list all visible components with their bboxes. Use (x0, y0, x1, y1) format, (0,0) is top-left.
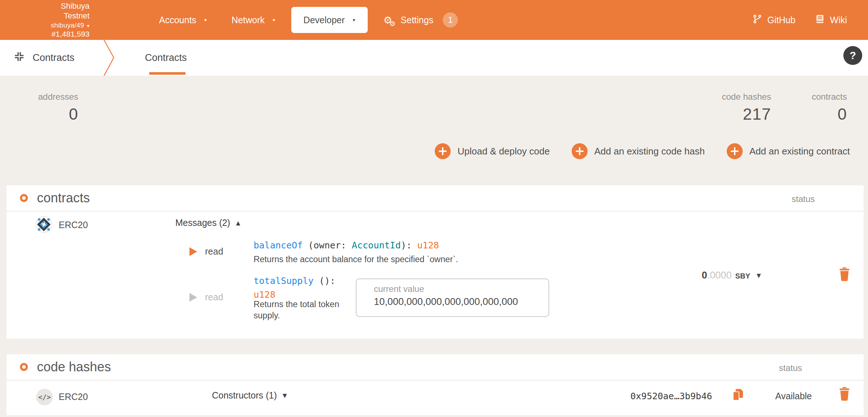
constructors-toggle-label: Constructors (1) (212, 390, 277, 401)
code-hash-name: ERC20 (59, 392, 88, 402)
chevron-down-icon: ▾ (204, 17, 207, 23)
menu-developer[interactable]: Developer ▾ (291, 7, 368, 33)
param-type: AccountId (352, 240, 401, 251)
menu-settings[interactable]: ⚙⚙ Settings 1 (371, 0, 471, 40)
stat-contracts-value: 0 (812, 105, 847, 124)
menu-developer-label: Developer (304, 15, 345, 25)
chain-spec: shibuya/49▾ (34, 21, 89, 30)
github-link-label: GitHub (767, 15, 796, 25)
play-icon (189, 293, 197, 302)
current-value-amount: 10,000,000,000,000,000,000,000 (374, 296, 518, 307)
copy-hash-button[interactable] (732, 388, 744, 402)
chain-name: Shibuya Testnet (34, 1, 89, 21)
add-existing-contract-label: Add an existing contract (750, 146, 850, 157)
balanceof-signature: balanceOf (owner: AccountId): u128 (254, 240, 439, 251)
contracts-section-title: contracts (37, 190, 90, 206)
add-existing-code-hash-label: Add an existing code hash (594, 146, 705, 157)
best-block-number: #1,481,593 (34, 29, 89, 39)
tab-bar: Contracts Contracts ? (0, 40, 868, 76)
stat-code-hashes: code hashes 217 (722, 92, 771, 124)
section-bullet-icon (20, 363, 28, 371)
book-icon (815, 14, 825, 26)
plus-icon (435, 143, 451, 159)
code-hash-value: 0x9520ae…3b9b46 (630, 391, 712, 401)
trash-icon (838, 267, 851, 281)
method-name: balanceOf (254, 240, 302, 251)
read-balanceof-button[interactable]: read (189, 246, 223, 257)
external-links: GitHub Wiki (752, 14, 847, 26)
chevron-down-icon: ▾ (353, 17, 355, 23)
menu-network-label: Network (231, 15, 265, 25)
add-existing-code-hash-button[interactable]: Add an existing code hash (572, 143, 705, 159)
help-button[interactable]: ? (843, 46, 862, 65)
active-tab-underline (149, 72, 185, 75)
top-nav-bar: Shibuya Testnet shibuya/49▾ #1,481,593 A… (0, 0, 868, 40)
menu-accounts[interactable]: Accounts ▾ (147, 0, 219, 40)
chevron-down-icon: ▼ (283, 392, 287, 399)
contracts-table: contracts status ERC20 Messages (2) ▲ re… (7, 185, 864, 339)
params: (): (314, 276, 335, 286)
forget-contract-button[interactable] (838, 267, 851, 283)
return-type: u128 (254, 289, 359, 300)
plus-icon (727, 143, 743, 159)
messages-toggle-label: Messages (2) (175, 218, 230, 228)
menu-accounts-label: Accounts (159, 15, 196, 25)
code-hashes-table-header: code hashes status (7, 354, 864, 381)
stat-contracts: contracts 0 (812, 92, 847, 124)
balance-integer: 0 (702, 270, 707, 281)
summary-section: addresses 0 code hashes 217 contracts 0 … (0, 76, 868, 185)
chevron-down-icon: ▾ (273, 17, 275, 23)
chevron-down-icon: ▾ (87, 23, 89, 29)
copy-icon (732, 388, 744, 401)
constructors-toggle[interactable]: Constructors (1) ▼ (212, 390, 287, 401)
wiki-link-label: Wiki (830, 15, 847, 25)
git-branch-icon (752, 14, 762, 26)
params-open: (owner: (302, 240, 351, 251)
section-bullet-icon (20, 194, 28, 202)
main-menu: Accounts ▾ Network ▾ Developer ▾ ⚙⚙ Sett… (147, 0, 470, 40)
wiki-link[interactable]: Wiki (815, 14, 847, 26)
current-value-label: current value (374, 284, 424, 294)
code-icon: </> (36, 389, 53, 405)
compress-icon (14, 51, 25, 65)
stat-addresses: addresses 0 (32, 92, 78, 124)
section-gap (0, 339, 868, 354)
question-mark-icon: ? (850, 50, 856, 62)
status-column-header: status (792, 194, 815, 204)
actions-row: Upload & deploy code Add an existing cod… (435, 143, 850, 159)
chain-selector[interactable]: Shibuya Testnet shibuya/49▾ #1,481,593 (34, 1, 89, 39)
messages-toggle[interactable]: Messages (2) ▲ (175, 218, 240, 228)
trash-icon (838, 387, 851, 401)
settings-count-badge: 1 (443, 12, 458, 28)
tab-contracts[interactable]: Contracts (145, 40, 187, 76)
add-existing-contract-button[interactable]: Add an existing contract (727, 143, 850, 159)
params-close: ): (401, 240, 417, 251)
code-hashes-section-title: code hashes (37, 359, 111, 375)
stats-right: code hashes 217 contracts 0 (722, 92, 847, 124)
totalsupply-signature: totalSupply ():u128 (254, 276, 359, 300)
contract-row: ERC20 Messages (2) ▲ read balanceOf (own… (7, 212, 864, 339)
menu-network[interactable]: Network ▾ (219, 0, 288, 40)
forget-code-hash-button[interactable] (838, 387, 851, 402)
read-totalsupply-label: read (205, 292, 223, 302)
github-link[interactable]: GitHub (752, 14, 796, 26)
read-totalsupply-button: read (189, 292, 223, 302)
stat-code-hashes-label: code hashes (722, 92, 771, 102)
current-value-output: current value 10,000,000,000,000,000,000… (356, 278, 549, 317)
upload-deploy-code-label: Upload & deploy code (458, 146, 550, 157)
stat-addresses-value: 0 (32, 105, 78, 124)
code-hash-status: Available (775, 391, 812, 401)
play-icon (189, 247, 197, 256)
return-type: u128 (417, 240, 439, 251)
upload-deploy-code-button[interactable]: Upload & deploy code (435, 143, 550, 159)
contract-balance-dropdown[interactable]: 0.0000SBY ▼ (702, 270, 761, 281)
contracts-table-header: contracts status (7, 185, 864, 212)
breadcrumb-chevron-icon (103, 40, 115, 77)
contract-name: ERC20 (59, 220, 88, 230)
plus-icon (572, 143, 588, 159)
balance-fraction: .0000 (707, 270, 732, 281)
page-title: Contracts (33, 52, 75, 63)
stat-addresses-label: addresses (32, 92, 78, 102)
read-balanceof-label: read (205, 246, 223, 257)
contract-identicon (36, 216, 52, 234)
